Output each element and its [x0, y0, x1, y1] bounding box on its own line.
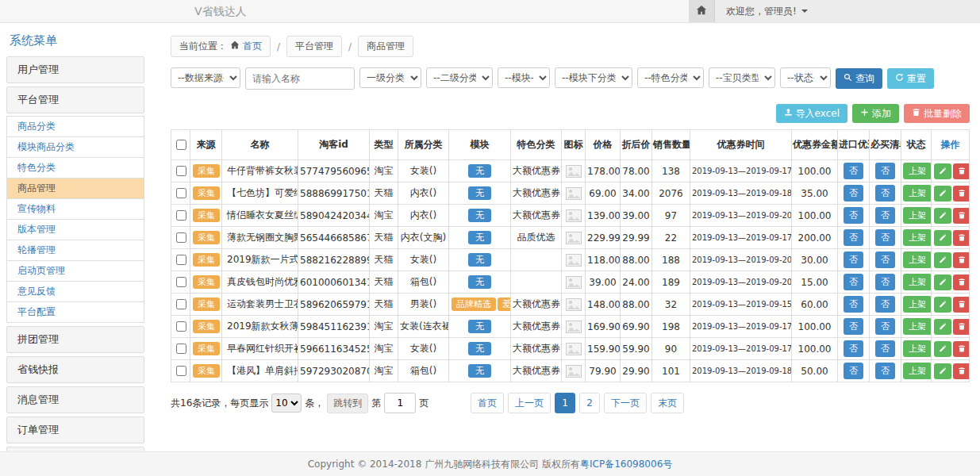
module-sub-category-select[interactable]: --模块下分类-- — [555, 67, 632, 88]
status-button[interactable]: 上架 — [903, 363, 932, 379]
sidebar-item-4[interactable]: 特色分类 — [6, 157, 144, 178]
sidebar-item-8[interactable]: 轮播管理 — [6, 240, 144, 261]
icp-link[interactable]: 粤ICP备16098006号 — [580, 459, 672, 470]
sidebar-item-12[interactable]: 拼团管理 — [6, 326, 144, 353]
data-source-select[interactable]: --数据来源-- — [171, 67, 240, 88]
batch-delete-button[interactable]: 批量删除 — [904, 104, 970, 123]
edit-button[interactable] — [934, 230, 951, 246]
row-checkbox[interactable] — [176, 166, 186, 176]
row-checkbox[interactable] — [176, 344, 186, 354]
row-checkbox[interactable] — [176, 321, 186, 332]
status-select[interactable]: --状态-- — [780, 67, 831, 88]
must-buy-button[interactable]: 否 — [875, 274, 895, 290]
import-pick-button[interactable]: 否 — [844, 296, 863, 313]
import-excel-button[interactable]: 导入excel — [776, 104, 847, 123]
import-pick-button[interactable]: 否 — [844, 229, 863, 246]
status-button[interactable]: 上架 — [903, 163, 932, 179]
status-button[interactable]: 上架 — [903, 207, 932, 224]
sidebar-item-2[interactable]: 商品分类 — [6, 116, 144, 137]
sidebar-item-9[interactable]: 启动页管理 — [6, 260, 144, 282]
delete-button[interactable] — [953, 208, 970, 224]
delete-button[interactable] — [953, 163, 970, 179]
item-type-select[interactable]: --宝贝类型-- — [709, 67, 775, 88]
edit-button[interactable] — [934, 319, 951, 335]
status-button[interactable]: 上架 — [903, 229, 932, 246]
delete-button[interactable] — [953, 186, 970, 202]
page-button-next[interactable]: 下一页 — [604, 393, 647, 413]
must-buy-button[interactable]: 否 — [875, 340, 895, 357]
import-pick-button[interactable]: 否 — [844, 185, 863, 202]
edit-button[interactable] — [934, 252, 951, 268]
status-button[interactable]: 上架 — [903, 340, 932, 357]
delete-button[interactable] — [953, 319, 970, 335]
sidebar-item-7[interactable]: 版本管理 — [6, 219, 144, 240]
import-pick-button[interactable]: 否 — [844, 340, 863, 357]
sidebar-item-5[interactable]: 商品管理 — [6, 178, 144, 199]
import-pick-button[interactable]: 否 — [844, 318, 863, 335]
delete-button[interactable] — [953, 274, 970, 290]
row-checkbox[interactable] — [176, 299, 186, 309]
row-checkbox[interactable] — [176, 188, 186, 198]
sidebar-item-10[interactable]: 意见反馈 — [6, 281, 144, 302]
row-checkbox[interactable] — [176, 255, 186, 265]
add-button[interactable]: 添加 — [852, 104, 899, 123]
breadcrumb-item-products[interactable]: 商品管理 — [358, 36, 413, 57]
row-checkbox[interactable] — [176, 232, 186, 243]
page-button-first[interactable]: 首页 — [471, 393, 504, 413]
edit-button[interactable] — [934, 297, 951, 313]
row-checkbox[interactable] — [176, 277, 186, 287]
per-page-select[interactable]: 10 — [271, 393, 302, 413]
status-button[interactable]: 上架 — [903, 318, 932, 335]
must-buy-button[interactable]: 否 — [875, 296, 895, 313]
sidebar-item-0[interactable]: 用户管理 — [6, 56, 144, 83]
module-select[interactable]: --模块-- — [498, 67, 550, 88]
user-menu[interactable]: 欢迎您，管理员! — [715, 0, 980, 22]
edit-button[interactable] — [934, 208, 951, 224]
edit-button[interactable] — [934, 274, 951, 290]
jump-page-input[interactable] — [384, 393, 416, 413]
edit-button[interactable] — [934, 186, 951, 202]
page-button-prev[interactable]: 上一页 — [508, 393, 551, 413]
level2-category-select[interactable]: --二级分类-- — [426, 67, 493, 88]
level1-category-select[interactable]: 一级分类 — [359, 67, 421, 88]
edit-button[interactable] — [934, 163, 951, 179]
edit-button[interactable] — [934, 363, 951, 379]
page-button-last[interactable]: 末页 — [651, 393, 684, 413]
jump-button[interactable]: 跳转到 — [327, 393, 368, 413]
delete-button[interactable] — [953, 230, 970, 246]
must-buy-button[interactable]: 否 — [875, 318, 895, 335]
sidebar-item-11[interactable]: 平台配置 — [6, 301, 144, 323]
sidebar-item-6[interactable]: 宣传物料 — [6, 198, 144, 220]
import-pick-button[interactable]: 否 — [844, 163, 863, 179]
status-button[interactable]: 上架 — [903, 251, 932, 268]
feature-category-select[interactable]: --特色分类-- — [637, 67, 704, 88]
must-buy-button[interactable]: 否 — [875, 229, 895, 246]
status-button[interactable]: 上架 — [903, 296, 932, 313]
sidebar-item-14[interactable]: 消息管理 — [6, 386, 144, 413]
page-button-page-1[interactable]: 1 — [555, 393, 575, 413]
must-buy-button[interactable]: 否 — [875, 363, 895, 379]
row-checkbox[interactable] — [176, 366, 186, 376]
must-buy-button[interactable]: 否 — [875, 163, 895, 179]
page-button-page-2[interactable]: 2 — [579, 393, 600, 413]
select-all-checkbox[interactable] — [176, 140, 186, 150]
sidebar-item-1[interactable]: 平台管理 — [6, 86, 144, 113]
import-pick-button[interactable]: 否 — [844, 207, 863, 224]
must-buy-button[interactable]: 否 — [875, 251, 895, 268]
status-button[interactable]: 上架 — [903, 185, 932, 202]
must-buy-button[interactable]: 否 — [875, 207, 895, 224]
sidebar-item-15[interactable]: 订单管理 — [6, 416, 144, 443]
sidebar-item-13[interactable]: 省钱快报 — [6, 356, 144, 383]
status-button[interactable]: 上架 — [903, 274, 932, 290]
delete-button[interactable] — [953, 363, 970, 379]
import-pick-button[interactable]: 否 — [844, 251, 863, 268]
breadcrumb-item-platform[interactable]: 平台管理 — [286, 36, 342, 57]
edit-button[interactable] — [934, 341, 951, 357]
breadcrumb-home-link[interactable]: 首页 — [243, 40, 262, 53]
delete-button[interactable] — [953, 341, 970, 357]
delete-button[interactable] — [953, 297, 970, 313]
name-input[interactable] — [245, 67, 355, 90]
row-checkbox[interactable] — [176, 210, 186, 221]
import-pick-button[interactable]: 否 — [844, 274, 863, 290]
search-button[interactable]: 查询 — [836, 68, 882, 89]
